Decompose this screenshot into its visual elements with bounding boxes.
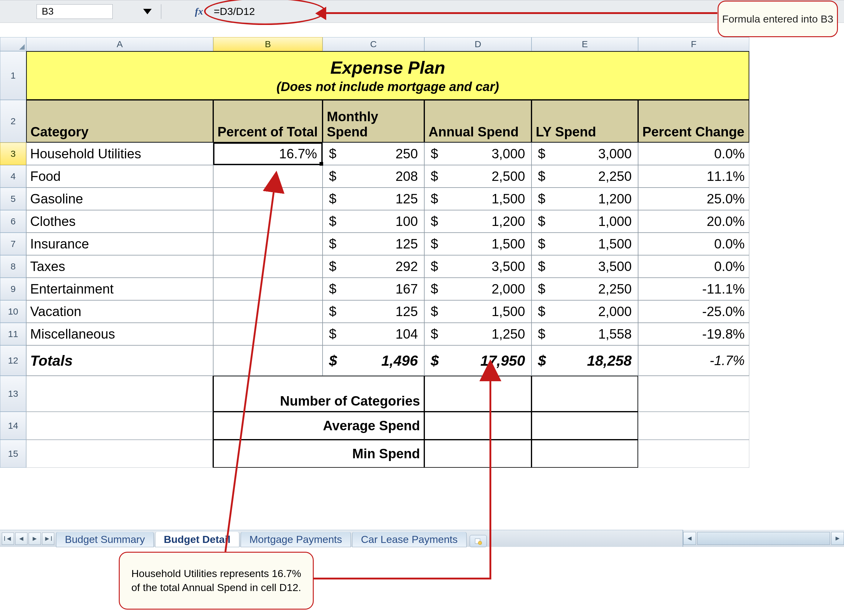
cell-D14[interactable] [424, 412, 531, 440]
cell-C6[interactable]: $100 [323, 210, 424, 233]
row-header-5[interactable]: 5 [0, 188, 26, 210]
cell-C10[interactable]: $125 [323, 300, 424, 323]
cell-B9[interactable] [213, 278, 323, 300]
label-min[interactable]: Min Spend [213, 440, 424, 468]
col-header-B[interactable]: B [213, 37, 323, 51]
hdr-ly[interactable]: LY Spend [531, 100, 638, 142]
row-header-7[interactable]: 7 [0, 233, 26, 255]
sheet-nav-last-icon[interactable]: ►I [42, 532, 54, 545]
sheet-nav-first-icon[interactable]: I◄ [2, 532, 14, 545]
cell-B8[interactable] [213, 255, 323, 278]
cell-B10[interactable] [213, 300, 323, 323]
select-all-triangle[interactable] [0, 37, 26, 51]
cell-F14[interactable] [638, 412, 749, 440]
cell-D11[interactable]: $1,250 [424, 323, 531, 345]
cell-B4[interactable] [213, 165, 323, 188]
tab-budget-summary[interactable]: Budget Summary [56, 532, 154, 547]
cell-A13[interactable] [26, 376, 213, 412]
row-header-13[interactable]: 13 [0, 376, 26, 412]
cell-D4[interactable]: $2,500 [424, 165, 531, 188]
totals-mon[interactable]: $1,496 [323, 345, 424, 376]
cell-B6[interactable] [213, 210, 323, 233]
cell-A8[interactable]: Taxes [26, 255, 213, 278]
cell-C8[interactable]: $292 [323, 255, 424, 278]
cell-F4[interactable]: 11.1% [638, 165, 749, 188]
tab-budget-detail[interactable]: Budget Detail [155, 532, 239, 547]
row-header-3[interactable]: 3 [0, 142, 26, 165]
cell-A6[interactable]: Clothes [26, 210, 213, 233]
col-header-D[interactable]: D [424, 37, 531, 51]
cell-A5[interactable]: Gasoline [26, 188, 213, 210]
cell-F11[interactable]: -19.8% [638, 323, 749, 345]
col-header-C[interactable]: C [323, 37, 424, 51]
cell-A15[interactable] [26, 440, 213, 468]
cell-A4[interactable]: Food [26, 165, 213, 188]
totals-pct[interactable] [213, 345, 323, 376]
label-avg[interactable]: Average Spend [213, 412, 424, 440]
row-header-9[interactable]: 9 [0, 278, 26, 300]
hdr-monthly[interactable]: Monthly Spend [323, 100, 424, 142]
cell-E3[interactable]: $3,000 [531, 142, 638, 165]
cell-D8[interactable]: $3,500 [424, 255, 531, 278]
row-header-4[interactable]: 4 [0, 165, 26, 188]
cell-D7[interactable]: $1,500 [424, 233, 531, 255]
cell-F7[interactable]: 0.0% [638, 233, 749, 255]
cell-C3[interactable]: $250 [323, 142, 424, 165]
cell-E9[interactable]: $2,250 [531, 278, 638, 300]
cell-F8[interactable]: 0.0% [638, 255, 749, 278]
cell-F13[interactable] [638, 376, 749, 412]
cell-E11[interactable]: $1,558 [531, 323, 638, 345]
cell-E7[interactable]: $1,500 [531, 233, 638, 255]
name-box[interactable]: B3 [37, 4, 113, 19]
sheet-nav-next-icon[interactable]: ► [29, 532, 41, 545]
new-sheet-icon[interactable] [470, 535, 487, 547]
cell-B3[interactable]: 16.7% [213, 142, 323, 165]
cell-C7[interactable]: $125 [323, 233, 424, 255]
cell-C4[interactable]: $208 [323, 165, 424, 188]
cell-E8[interactable]: $3,500 [531, 255, 638, 278]
hdr-percent[interactable]: Percent of Total [213, 100, 323, 142]
cell-D15[interactable] [424, 440, 531, 468]
cell-F5[interactable]: 25.0% [638, 188, 749, 210]
cell-A7[interactable]: Insurance [26, 233, 213, 255]
cell-B11[interactable] [213, 323, 323, 345]
fill-handle[interactable] [320, 162, 323, 166]
tab-car-lease-payments[interactable]: Car Lease Payments [352, 532, 467, 547]
title-cell[interactable]: Expense Plan (Does not include mortgage … [26, 51, 749, 100]
cell-F3[interactable]: 0.0% [638, 142, 749, 165]
cell-A9[interactable]: Entertainment [26, 278, 213, 300]
cell-D6[interactable]: $1,200 [424, 210, 531, 233]
cell-E15[interactable] [531, 440, 638, 468]
cell-C11[interactable]: $104 [323, 323, 424, 345]
cell-A14[interactable] [26, 412, 213, 440]
cell-E4[interactable]: $2,250 [531, 165, 638, 188]
row-header-1[interactable]: 1 [0, 51, 26, 100]
row-header-8[interactable]: 8 [0, 255, 26, 278]
row-header-11[interactable]: 11 [0, 323, 26, 345]
col-header-E[interactable]: E [531, 37, 638, 51]
cell-D5[interactable]: $1,500 [424, 188, 531, 210]
cell-E5[interactable]: $1,200 [531, 188, 638, 210]
name-box-dropdown-icon[interactable] [143, 9, 152, 14]
cell-E10[interactable]: $2,000 [531, 300, 638, 323]
cell-A3[interactable]: Household Utilities [26, 142, 213, 165]
cell-E14[interactable] [531, 412, 638, 440]
cell-D10[interactable]: $1,500 [424, 300, 531, 323]
row-header-2[interactable]: 2 [0, 100, 26, 142]
hdr-annual[interactable]: Annual Spend [424, 100, 531, 142]
hscroll-track[interactable] [697, 532, 830, 545]
totals-ly[interactable]: $18,258 [531, 345, 638, 376]
cell-E13[interactable] [531, 376, 638, 412]
cell-C5[interactable]: $125 [323, 188, 424, 210]
cell-F6[interactable]: 20.0% [638, 210, 749, 233]
row-header-14[interactable]: 14 [0, 412, 26, 440]
sheet-nav-prev-icon[interactable]: ◄ [15, 532, 28, 545]
cell-C9[interactable]: $167 [323, 278, 424, 300]
col-header-F[interactable]: F [638, 37, 749, 51]
cell-D13[interactable] [424, 376, 531, 412]
horizontal-scrollbar[interactable]: ◄ ► [683, 530, 844, 547]
cell-F9[interactable]: -11.1% [638, 278, 749, 300]
cell-E6[interactable]: $1,000 [531, 210, 638, 233]
col-header-A[interactable]: A [26, 37, 213, 51]
hscroll-left-icon[interactable]: ◄ [683, 532, 696, 545]
